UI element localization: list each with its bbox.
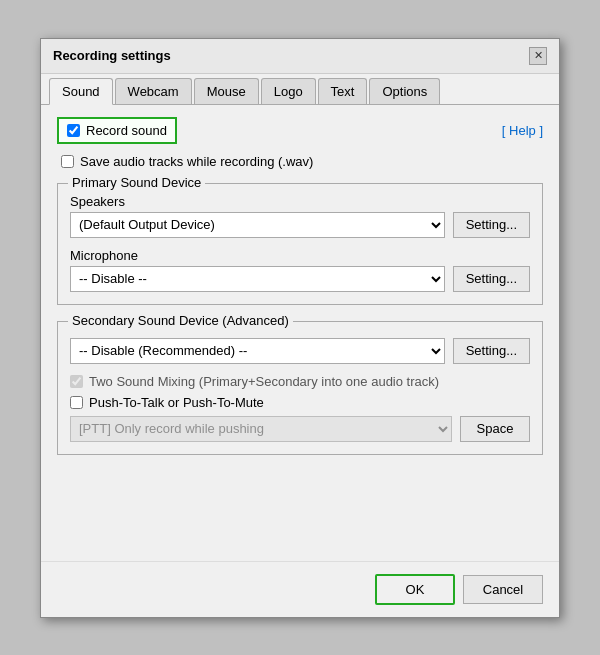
- primary-sound-group: Primary Sound Device Speakers (Default O…: [57, 183, 543, 305]
- secondary-select-row: -- Disable (Recommended) -- Setting...: [70, 338, 530, 364]
- ptt-select-row: [PTT] Only record while pushing: [70, 416, 530, 442]
- ptt-space-input[interactable]: [460, 416, 530, 442]
- secondary-sound-group: Secondary Sound Device (Advanced) -- Dis…: [57, 321, 543, 455]
- tab-options[interactable]: Options: [369, 78, 440, 104]
- two-sound-row: Two Sound Mixing (Primary+Secondary into…: [70, 374, 530, 389]
- cancel-button[interactable]: Cancel: [463, 575, 543, 604]
- ptt-row: Push-To-Talk or Push-To-Mute: [70, 395, 530, 410]
- tab-webcam[interactable]: Webcam: [115, 78, 192, 104]
- ptt-select: [PTT] Only record while pushing: [70, 416, 452, 442]
- record-sound-label: Record sound: [86, 123, 167, 138]
- ptt-label: Push-To-Talk or Push-To-Mute: [89, 395, 264, 410]
- ok-button[interactable]: OK: [375, 574, 455, 605]
- dialog-title: Recording settings: [53, 48, 171, 63]
- tab-text[interactable]: Text: [318, 78, 368, 104]
- microphone-label: Microphone: [70, 248, 530, 263]
- close-button[interactable]: ✕: [529, 47, 547, 65]
- speakers-row: Speakers (Default Output Device) Setting…: [70, 194, 530, 238]
- microphone-select-row: -- Disable -- Setting...: [70, 266, 530, 292]
- recording-settings-dialog: Recording settings ✕ Sound Webcam Mouse …: [40, 38, 560, 618]
- speakers-setting-button[interactable]: Setting...: [453, 212, 530, 238]
- tab-bar: Sound Webcam Mouse Logo Text Options: [41, 74, 559, 105]
- tab-sound[interactable]: Sound: [49, 78, 113, 105]
- title-bar: Recording settings ✕: [41, 39, 559, 74]
- tab-content: Record sound [ Help ] Save audio tracks …: [41, 105, 559, 561]
- record-sound-box: Record sound: [57, 117, 177, 144]
- help-link[interactable]: [ Help ]: [502, 123, 543, 138]
- secondary-select[interactable]: -- Disable (Recommended) --: [70, 338, 445, 364]
- microphone-select[interactable]: -- Disable --: [70, 266, 445, 292]
- save-audio-checkbox[interactable]: [61, 155, 74, 168]
- tab-logo[interactable]: Logo: [261, 78, 316, 104]
- tab-mouse[interactable]: Mouse: [194, 78, 259, 104]
- speakers-select[interactable]: (Default Output Device): [70, 212, 445, 238]
- record-sound-checkbox[interactable]: [67, 124, 80, 137]
- save-audio-row: Save audio tracks while recording (.wav): [61, 154, 543, 169]
- speakers-select-row: (Default Output Device) Setting...: [70, 212, 530, 238]
- save-audio-label: Save audio tracks while recording (.wav): [80, 154, 313, 169]
- dialog-footer: OK Cancel: [41, 561, 559, 617]
- top-row: Record sound [ Help ]: [57, 117, 543, 144]
- secondary-group-label: Secondary Sound Device (Advanced): [68, 313, 293, 328]
- two-sound-checkbox: [70, 375, 83, 388]
- primary-group-label: Primary Sound Device: [68, 175, 205, 190]
- ptt-checkbox[interactable]: [70, 396, 83, 409]
- microphone-setting-button[interactable]: Setting...: [453, 266, 530, 292]
- microphone-row: Microphone -- Disable -- Setting...: [70, 248, 530, 292]
- two-sound-label: Two Sound Mixing (Primary+Secondary into…: [89, 374, 439, 389]
- speakers-label: Speakers: [70, 194, 530, 209]
- secondary-setting-button[interactable]: Setting...: [453, 338, 530, 364]
